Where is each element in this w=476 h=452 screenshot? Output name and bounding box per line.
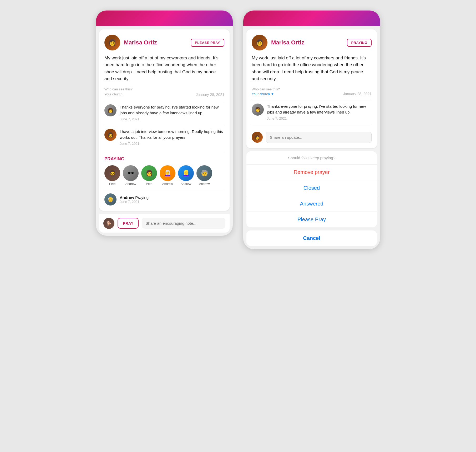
- left-update-2: 👩 I have a job interview tomorrow mornin…: [104, 129, 224, 149]
- right-update-1-content: Thanks everyone for praying. I've starte…: [267, 104, 372, 120]
- left-praying-name-3: Pete: [146, 182, 153, 186]
- left-praying-person-4: 👩‍🦳 Andrew: [160, 165, 175, 186]
- right-update-1: 👩 Thanks everyone for praying. I've star…: [252, 104, 372, 124]
- right-visibility-value[interactable]: Your church ▼: [252, 92, 280, 96]
- right-share-update-row: 👩: [252, 128, 372, 143]
- right-action-remove-prayer[interactable]: Remove prayer: [246, 165, 377, 180]
- left-praying-person-3: 👩 Pete: [141, 165, 157, 186]
- right-user-header: 👩 Marisa Ortiz PRAYING: [252, 35, 372, 50]
- left-date: January 28, 2021: [196, 93, 224, 97]
- right-update-1-date: June 7, 2021: [267, 116, 372, 120]
- left-user-avatar: 👩: [104, 35, 120, 50]
- right-user-avatar: 👩: [252, 35, 267, 50]
- left-note-date: June 7, 2021: [120, 200, 150, 204]
- left-praying-name-5: Andrew: [181, 182, 191, 186]
- left-praying-name-6: Andrew: [199, 182, 210, 186]
- left-phone-body: 👩 Marisa Ortiz PLEASE PRAY My work just …: [96, 29, 233, 233]
- left-phone-header: [96, 11, 233, 26]
- left-note-avatar: 👴: [104, 193, 117, 206]
- left-praying-avatar-2: 🕶️: [123, 165, 139, 181]
- right-update-1-text: Thanks everyone for praying. I've starte…: [267, 104, 372, 115]
- left-praying-note: 👴 Andrew Praying! June 7, 2021: [104, 190, 224, 206]
- right-divider-1: [252, 100, 372, 100]
- left-praying-name-2: Andrew: [125, 182, 136, 186]
- left-note-content: Andrew Praying! June 7, 2021: [120, 195, 150, 204]
- right-action-closed[interactable]: Closed: [246, 180, 377, 196]
- left-praying-person-2: 🕶️ Andrew: [123, 165, 139, 186]
- left-update-1-text: Thanks everyone for praying. I've starte…: [120, 104, 224, 116]
- right-visibility-chevron: ▼: [271, 92, 274, 96]
- right-action-sheet: Should folks keep praying? Remove prayer…: [246, 151, 377, 227]
- left-main-card: 👩 Marisa Ortiz PLEASE PRAY My work just …: [99, 29, 230, 211]
- left-praying-person-6: 🧓 Andrew: [196, 165, 212, 186]
- left-update-2-content: I have a job interview tomorrow morning.…: [120, 129, 224, 146]
- left-note-author: Andrew: [120, 195, 134, 200]
- left-update-2-avatar: 👩: [104, 129, 117, 141]
- left-visibility-info: Who can see this? Your church: [104, 87, 133, 96]
- right-date: January 28, 2021: [343, 92, 372, 96]
- right-post-text: My work just laid off a lot of my cowork…: [252, 55, 372, 82]
- left-note-text: Andrew Praying!: [120, 195, 150, 200]
- right-update-1-avatar: 👩: [252, 104, 264, 116]
- left-visibility-value: Your church: [104, 92, 133, 97]
- left-updates-list: 👩 Thanks everyone for praying. I've star…: [104, 104, 224, 149]
- left-praying-avatar-1: 🧔: [104, 165, 120, 181]
- left-visibility-row: Who can see this? Your church January 28…: [104, 87, 224, 96]
- right-user-name: Marisa Ortiz: [271, 39, 343, 46]
- left-praying-avatar-4: 👩‍🦳: [160, 165, 175, 181]
- left-note-message: Praying!: [135, 195, 150, 200]
- left-praying-person-5: 👱‍♀️ Andrew: [178, 165, 194, 186]
- left-praying-person-1: 🧔 Pete: [104, 165, 120, 186]
- left-update-1-date: June 7, 2021: [120, 117, 224, 121]
- right-main-card: 👩 Marisa Ortiz PRAYING My work just laid…: [246, 29, 377, 148]
- right-share-avatar: 👩: [252, 132, 263, 143]
- right-visibility-row: Who can see this? Your church ▼ January …: [252, 87, 372, 96]
- left-update-2-text: I have a job interview tomorrow morning.…: [120, 129, 224, 141]
- right-share-input[interactable]: [266, 132, 372, 143]
- left-pray-button[interactable]: PRAY: [118, 218, 139, 229]
- left-share-input[interactable]: [142, 218, 225, 229]
- left-update-1-avatar: 👩: [104, 104, 117, 116]
- left-user-header: 👩 Marisa Ortiz PLEASE PRAY: [104, 35, 224, 50]
- left-bottom-avatar: 🐕: [103, 218, 114, 229]
- left-update-1-content: Thanks everyone for praying. I've starte…: [120, 104, 224, 121]
- right-phone-header: [243, 11, 380, 26]
- left-praying-name-4: Andrew: [162, 182, 173, 186]
- left-praying-name-1: Pete: [109, 182, 116, 186]
- right-visibility-label: Who can see this?: [252, 87, 280, 92]
- right-phone-body: 👩 Marisa Ortiz PRAYING My work just laid…: [243, 29, 380, 246]
- left-user-name: Marisa Ortiz: [124, 39, 187, 46]
- left-praying-avatar-3: 👩: [141, 165, 157, 181]
- left-update-2-date: June 7, 2021: [120, 142, 224, 146]
- left-bottom-bar: 🐕 PRAY: [99, 214, 230, 233]
- left-update-1: 👩 Thanks everyone for praying. I've star…: [104, 104, 224, 125]
- right-action-answered[interactable]: Answered: [246, 196, 377, 212]
- left-praying-avatar-5: 👱‍♀️: [178, 165, 194, 181]
- left-praying-avatars: 🧔 Pete 🕶️ Andrew 👩 Pete: [104, 165, 224, 186]
- left-phone: 👩 Marisa Ortiz PLEASE PRAY My work just …: [96, 11, 233, 236]
- right-phone: 👩 Marisa Ortiz PRAYING My work just laid…: [243, 11, 380, 249]
- left-praying-label: PRAYING: [104, 156, 224, 162]
- left-praying-avatar-6: 🧓: [196, 165, 212, 181]
- right-action-cancel[interactable]: Cancel: [246, 230, 377, 246]
- left-post-text: My work just laid off a lot of my cowork…: [104, 55, 224, 82]
- right-action-sheet-title: Should folks keep praying?: [246, 151, 377, 165]
- right-pray-badge[interactable]: PRAYING: [347, 39, 372, 47]
- left-pray-badge[interactable]: PLEASE PRAY: [191, 39, 224, 47]
- right-action-please-pray[interactable]: Please Pray: [246, 212, 377, 227]
- left-visibility-label: Who can see this?: [104, 87, 133, 92]
- left-divider-2: [104, 153, 224, 153]
- left-divider-1: [104, 101, 224, 101]
- right-visibility-info: Who can see this? Your church ▼: [252, 87, 280, 96]
